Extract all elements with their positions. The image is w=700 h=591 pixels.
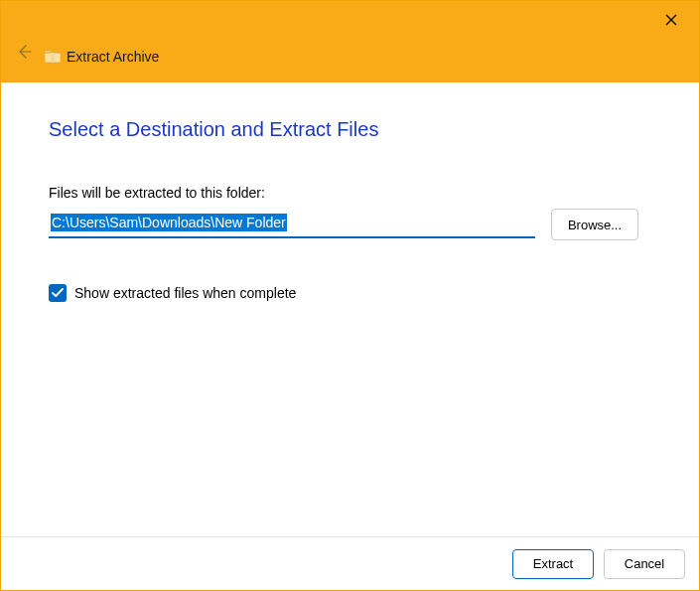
checkmark-icon [52,284,64,302]
browse-button[interactable]: Browse... [551,209,638,240]
extract-button[interactable]: Extract [512,549,594,579]
close-button[interactable] [659,9,683,33]
title-bar: Extract Archive [1,1,699,82]
show-files-label: Show extracted files when complete [74,285,296,301]
dialog-footer: Extract Cancel [1,536,699,590]
svg-rect-1 [52,53,55,63]
destination-row: C:\Users\Sam\Downloads\New Folder Browse… [49,209,651,240]
destination-path-text: C:\Users\Sam\Downloads\New Folder [51,214,287,231]
close-icon [665,12,677,30]
show-files-checkbox[interactable] [49,284,67,302]
content-area: Select a Destination and Extract Files F… [1,82,699,302]
arrow-left-icon [16,44,32,64]
page-heading: Select a Destination and Extract Files [49,118,651,141]
show-files-row: Show extracted files when complete [49,284,651,302]
destination-label: Files will be extracted to this folder: [49,185,651,201]
destination-input[interactable]: C:\Users\Sam\Downloads\New Folder [49,209,535,238]
back-button[interactable] [13,43,35,65]
window-title: Extract Archive [67,49,159,65]
archive-folder-icon [45,49,61,65]
cancel-button[interactable]: Cancel [604,549,685,579]
